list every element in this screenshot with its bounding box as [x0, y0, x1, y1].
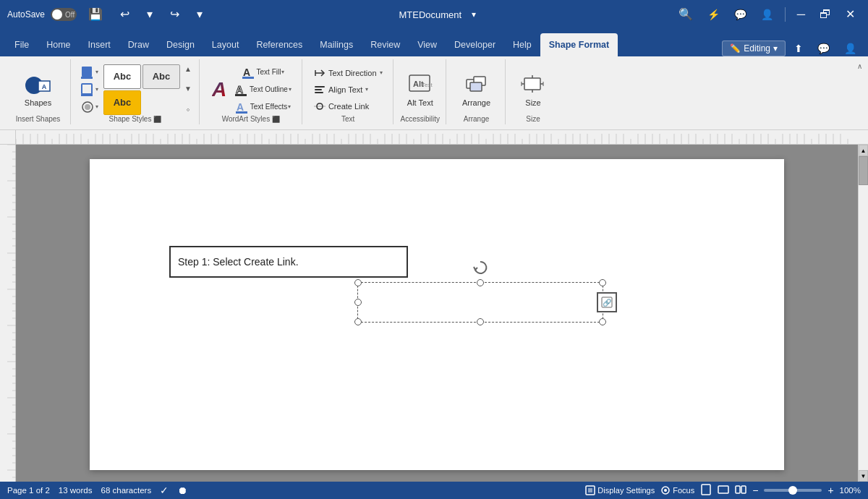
wordart-content: A A Text Fill ▾ A Text Out: [209, 59, 294, 115]
redo-button[interactable]: ↪: [164, 7, 185, 22]
customize-toolbar-button[interactable]: ▾: [191, 7, 208, 22]
style-sample-2[interactable]: Abc: [142, 64, 180, 89]
tab-home[interactable]: Home: [38, 33, 79, 56]
web-layout-icon: [718, 484, 729, 495]
main-area: Step 1: Select Create Link.: [0, 145, 868, 482]
shapes-label: Shapes: [25, 98, 51, 107]
editing-button[interactable]: ✏️ Editing ▾: [722, 40, 786, 56]
handle-middle-left[interactable]: [354, 299, 362, 306]
text-fill-button[interactable]: A Text Fill ▾: [232, 64, 294, 80]
save-button[interactable]: 💾: [82, 7, 109, 22]
handle-top-left[interactable]: [354, 279, 362, 286]
alt-text-button[interactable]: Alt Text Alt Text: [401, 68, 439, 110]
undo-dropdown-button[interactable]: ▾: [141, 7, 158, 22]
shape-fill-button[interactable]: ▾: [78, 64, 101, 80]
text-fill-dropdown: ▾: [281, 69, 284, 75]
collapse-ribbon-button[interactable]: ∧: [857, 62, 862, 70]
text-direction-button[interactable]: Text Direction ▾: [310, 65, 387, 81]
print-layout-button[interactable]: [700, 484, 712, 498]
document-dropdown-button[interactable]: ▾: [466, 9, 482, 20]
status-bar-right: Display Settings Focus − + 100%: [585, 484, 861, 498]
zoom-in-button[interactable]: +: [827, 485, 833, 496]
scroll-area[interactable]: Step 1: Select Create Link.: [16, 145, 858, 482]
autosave-state: Off: [65, 11, 75, 19]
ribbon-group-size: Size Size: [507, 59, 559, 124]
tab-layout[interactable]: Layout: [203, 33, 248, 56]
create-link-button[interactable]: Create Link: [310, 98, 387, 114]
gallery-down-arrow[interactable]: ▼: [183, 83, 193, 94]
tab-file[interactable]: File: [6, 33, 38, 56]
wordart-expand-button[interactable]: ⬛: [271, 116, 281, 123]
wordart-main-button[interactable]: A: [209, 78, 229, 101]
alt-text-icon: Alt Text: [407, 71, 433, 97]
share-button[interactable]: 👤: [755, 8, 779, 21]
ribbon-group-insert-shapes: A Shapes Insert Shapes: [6, 59, 71, 124]
shapes-button[interactable]: A Shapes: [19, 68, 57, 110]
close-button[interactable]: ✕: [840, 7, 861, 22]
undo-button[interactable]: ↩: [114, 7, 135, 22]
handle-top-right[interactable]: [599, 279, 606, 286]
scroll-down-button[interactable]: ▼: [859, 470, 868, 482]
document-name: MTEDocument: [399, 9, 462, 20]
zoom-thumb[interactable]: [788, 486, 797, 495]
svg-rect-208: [741, 486, 746, 493]
tab-draw[interactable]: Draw: [119, 33, 158, 56]
tab-insert[interactable]: Insert: [80, 33, 119, 56]
share-ribbon-button[interactable]: ⬆: [788, 42, 809, 55]
tab-design[interactable]: Design: [158, 33, 203, 56]
focus-button[interactable]: Focus: [660, 485, 694, 495]
zoom-out-button[interactable]: −: [752, 485, 758, 496]
focus-label: Focus: [673, 486, 694, 495]
align-text-button[interactable]: Align Text ▾: [310, 82, 387, 98]
scroll-thumb[interactable]: [859, 156, 868, 185]
read-mode-button[interactable]: [735, 484, 746, 498]
selected-shape[interactable]: 🔗: [357, 282, 603, 323]
arrange-button[interactable]: Arrange: [455, 68, 498, 110]
text-group-label: Text: [341, 115, 354, 124]
profile-button[interactable]: 👤: [838, 42, 862, 55]
ribbon-icon-button[interactable]: ⚡: [702, 8, 726, 21]
proofing-icon-button[interactable]: ✓: [160, 485, 169, 496]
rotate-handle[interactable]: [472, 260, 488, 279]
shape-styles-expand-button[interactable]: ⬛: [153, 116, 162, 123]
handle-bottom-center[interactable]: [477, 318, 484, 325]
effects-icon: [80, 100, 95, 114]
svg-rect-14: [236, 111, 247, 114]
handle-bottom-left[interactable]: [354, 318, 362, 325]
link-icon-badge[interactable]: 🔗: [597, 292, 617, 312]
style-sample-1[interactable]: Abc: [103, 64, 141, 89]
minimize-button[interactable]: ─: [791, 7, 811, 22]
restore-button[interactable]: 🗗: [814, 7, 837, 22]
macro-icon-button[interactable]: ⏺: [177, 485, 187, 496]
handle-top-center[interactable]: [477, 279, 484, 286]
style-sample-3[interactable]: Abc: [103, 90, 141, 115]
display-settings-button[interactable]: Display Settings: [585, 485, 655, 495]
comments-ribbon-button[interactable]: 💬: [812, 42, 835, 55]
autosave-toggle[interactable]: Off: [51, 8, 77, 21]
tab-review[interactable]: Review: [362, 33, 409, 56]
title-bar-center: MTEDocument ▾: [216, 9, 665, 20]
tab-view[interactable]: View: [409, 33, 446, 56]
tab-shape-format[interactable]: Shape Format: [540, 33, 618, 56]
tab-mailings[interactable]: Mailings: [311, 33, 362, 56]
search-button[interactable]: 🔍: [673, 7, 699, 22]
size-button[interactable]: Size: [513, 68, 553, 110]
gallery-up-arrow[interactable]: ▲: [183, 64, 193, 74]
tab-references[interactable]: References: [247, 33, 311, 56]
tab-developer[interactable]: Developer: [446, 33, 504, 56]
tab-help[interactable]: Help: [504, 33, 540, 56]
text-effects-button[interactable]: A Text Effects ▾: [232, 99, 294, 115]
scroll-up-button[interactable]: ▲: [859, 145, 868, 156]
display-settings-icon: [585, 485, 595, 495]
size-icon: [520, 71, 546, 97]
text-outline-button[interactable]: A Text Outline ▾: [232, 82, 294, 98]
text-box-1-content: Step 1: Select Create Link.: [178, 256, 299, 268]
web-layout-button[interactable]: [718, 484, 729, 498]
zoom-slider[interactable]: [764, 489, 822, 492]
shape-outline-button[interactable]: ▾: [78, 82, 101, 98]
gallery-expand-arrow[interactable]: ⬦: [183, 103, 193, 114]
svg-rect-27: [524, 78, 540, 90]
comments-button[interactable]: 💬: [728, 8, 752, 21]
shape-effects-button[interactable]: ▾: [78, 99, 101, 115]
handle-bottom-right[interactable]: [599, 318, 606, 325]
